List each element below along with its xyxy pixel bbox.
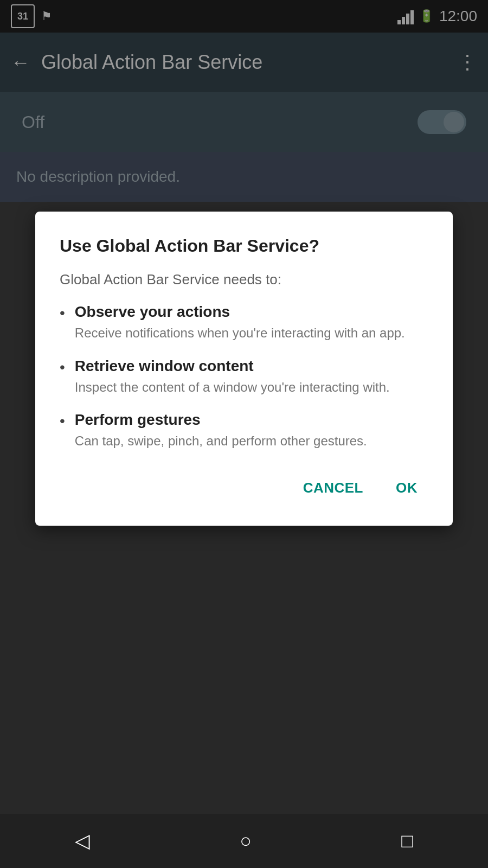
permission-content-3: Perform gestures Can tap, swipe, pinch, … xyxy=(75,411,428,450)
permission-dialog: Use Global Action Bar Service? Global Ac… xyxy=(35,212,453,526)
permission-item-observe: • Observe your actions Receive notificat… xyxy=(60,303,428,342)
bullet-icon-3: • xyxy=(60,412,65,430)
nav-home-button[interactable]: ○ xyxy=(240,829,252,852)
permission-desc-3: Can tap, swipe, pinch, and perform other… xyxy=(75,432,428,450)
ok-button[interactable]: OK xyxy=(385,472,428,504)
dialog-subtitle: Global Action Bar Service needs to: xyxy=(60,271,428,288)
bullet-icon-1: • xyxy=(60,304,65,322)
dialog-title: Use Global Action Bar Service? xyxy=(60,236,428,256)
dialog-buttons: CANCEL OK xyxy=(60,472,428,504)
cancel-button[interactable]: CANCEL xyxy=(292,472,374,504)
nav-back-button[interactable]: ◁ xyxy=(75,829,90,852)
nav-recents-button[interactable]: □ xyxy=(401,829,413,852)
permission-title-2: Retrieve window content xyxy=(75,358,428,375)
permission-title-3: Perform gestures xyxy=(75,411,428,429)
permission-content-2: Retrieve window content Inspect the cont… xyxy=(75,358,428,397)
permission-title-1: Observe your actions xyxy=(75,303,428,321)
permission-list: • Observe your actions Receive notificat… xyxy=(60,303,428,450)
permission-item-retrieve: • Retrieve window content Inspect the co… xyxy=(60,358,428,397)
nav-bar: ◁ ○ □ xyxy=(0,814,488,868)
permission-item-gestures: • Perform gestures Can tap, swipe, pinch… xyxy=(60,411,428,450)
permission-desc-1: Receive notifications when you're intera… xyxy=(75,324,428,342)
permission-desc-2: Inspect the content of a window you're i… xyxy=(75,378,428,397)
bullet-icon-2: • xyxy=(60,359,65,376)
permission-content-1: Observe your actions Receive notificatio… xyxy=(75,303,428,342)
